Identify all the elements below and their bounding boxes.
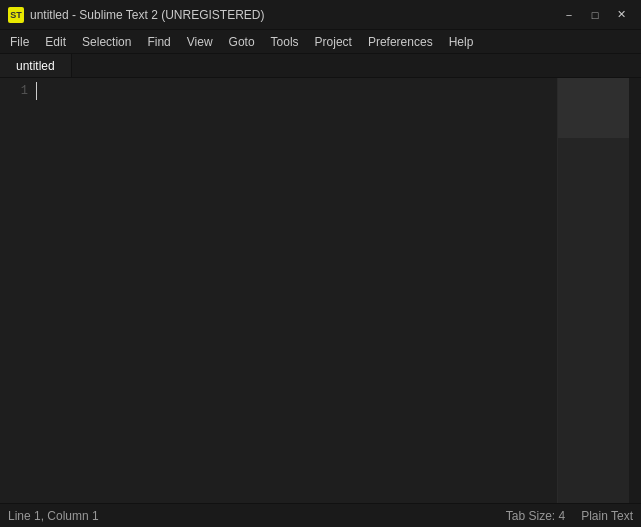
menu-item-selection[interactable]: Selection	[74, 30, 139, 53]
status-right: Tab Size: 4 Plain Text	[506, 509, 633, 523]
text-cursor	[36, 82, 37, 100]
menu-item-view[interactable]: View	[179, 30, 221, 53]
minimap[interactable]	[557, 78, 629, 503]
minimize-button[interactable]: −	[557, 5, 581, 25]
menu-item-goto[interactable]: Goto	[221, 30, 263, 53]
vertical-scrollbar[interactable]	[629, 78, 641, 503]
tab-untitled[interactable]: untitled	[0, 54, 72, 77]
cursor-position[interactable]: Line 1, Column 1	[8, 509, 99, 523]
menu-bar: FileEditSelectionFindViewGotoToolsProjec…	[0, 30, 641, 54]
menu-item-tools[interactable]: Tools	[263, 30, 307, 53]
title-left: ST untitled - Sublime Text 2 (UNREGISTER…	[8, 7, 265, 23]
maximize-button[interactable]: □	[583, 5, 607, 25]
menu-item-project[interactable]: Project	[307, 30, 360, 53]
title-bar: ST untitled - Sublime Text 2 (UNREGISTER…	[0, 0, 641, 30]
tab-bar: untitled	[0, 54, 641, 78]
window-controls: − □ ✕	[557, 5, 633, 25]
app-icon: ST	[8, 7, 24, 23]
minimap-viewport	[558, 78, 629, 138]
syntax-label[interactable]: Plain Text	[581, 509, 633, 523]
status-bar: Line 1, Column 1 Tab Size: 4 Plain Text	[0, 503, 641, 527]
editor-content[interactable]	[36, 78, 557, 503]
menu-item-preferences[interactable]: Preferences	[360, 30, 441, 53]
editor-container[interactable]: 1	[0, 78, 641, 503]
menu-item-edit[interactable]: Edit	[37, 30, 74, 53]
line-gutter: 1	[0, 78, 36, 503]
line-number-1: 1	[0, 82, 28, 100]
menu-item-file[interactable]: File	[2, 30, 37, 53]
tab-size[interactable]: Tab Size: 4	[506, 509, 565, 523]
close-button[interactable]: ✕	[609, 5, 633, 25]
menu-item-help[interactable]: Help	[441, 30, 482, 53]
title-text: untitled - Sublime Text 2 (UNREGISTERED)	[30, 8, 265, 22]
menu-item-find[interactable]: Find	[139, 30, 178, 53]
status-left: Line 1, Column 1	[8, 509, 99, 523]
